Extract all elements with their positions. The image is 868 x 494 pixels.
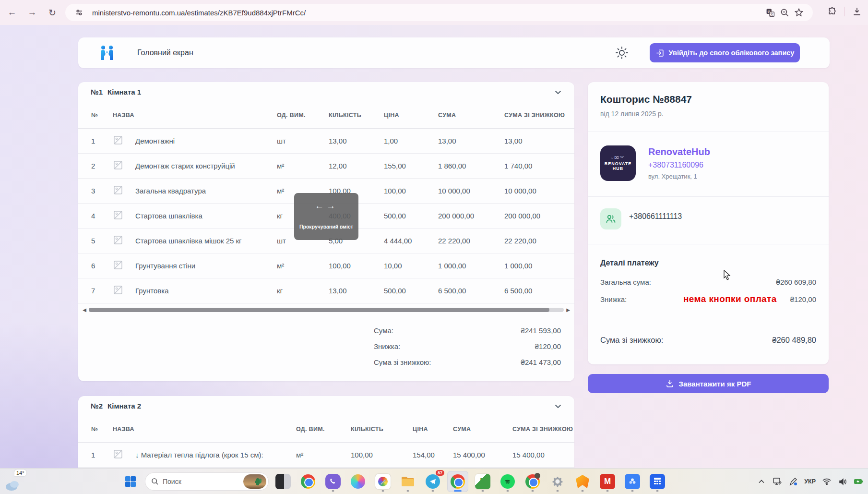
zoom-out-icon[interactable] bbox=[777, 5, 792, 20]
scroll-right-arrow-icon: → bbox=[326, 201, 338, 211]
taskbar-app-calculator[interactable] bbox=[647, 471, 668, 492]
taskbar-app-copilot[interactable] bbox=[347, 471, 369, 492]
taskbar-app-paint[interactable] bbox=[372, 471, 393, 492]
url-bar[interactable]: ministerstvo-remontu.com.ua/estimates/zK… bbox=[65, 4, 813, 21]
search-placeholder: Поиск bbox=[163, 478, 239, 485]
taskbar-app-photos[interactable] bbox=[622, 471, 643, 492]
image-placeholder-icon bbox=[113, 160, 135, 171]
calculator-icon bbox=[650, 474, 665, 489]
svg-text:文: 文 bbox=[770, 12, 773, 16]
taskbar-app-chrome-active[interactable] bbox=[447, 471, 468, 492]
image-placeholder-icon bbox=[113, 449, 135, 460]
page-title: Головний екран bbox=[137, 48, 193, 57]
room1-header[interactable]: №1 Кімната 1 bbox=[78, 82, 574, 102]
bookmark-star-icon[interactable] bbox=[792, 5, 806, 20]
login-button[interactable]: Увійдіть до свого облікового запису bbox=[650, 43, 800, 62]
back-icon[interactable]: ← bbox=[4, 4, 20, 21]
taskbar-app-green[interactable]: R bbox=[472, 471, 493, 492]
tray-display-icon[interactable] bbox=[773, 477, 782, 486]
taskbar-app-telegram[interactable]: 87 bbox=[422, 471, 443, 492]
site-info-icon[interactable] bbox=[72, 5, 86, 20]
discount-line: Знижка: нема кнопки оплата ₴120,00 bbox=[600, 294, 816, 304]
table-row: 1 Демонтажні шт 13,00 1,00 13,00 13,00 bbox=[78, 129, 574, 154]
start-button[interactable] bbox=[120, 471, 141, 492]
translate-icon[interactable]: G文 bbox=[763, 5, 777, 20]
taskbar-app-orange[interactable] bbox=[572, 471, 593, 492]
green-r-icon: R bbox=[475, 474, 490, 489]
chevron-down-icon[interactable] bbox=[554, 88, 562, 96]
taskbar-app-chrome-profile[interactable] bbox=[522, 471, 543, 492]
downloads-icon[interactable] bbox=[850, 4, 864, 19]
taskbar-app-chrome-1[interactable] bbox=[297, 471, 319, 492]
taskbar-app-red-m[interactable]: M bbox=[597, 471, 618, 492]
room2-header[interactable]: №2 Кімната 2 bbox=[78, 396, 574, 416]
image-placeholder-icon bbox=[113, 210, 135, 221]
taskbar-app-photo[interactable] bbox=[273, 471, 294, 492]
photos-icon bbox=[625, 474, 640, 489]
search-highlight-image[interactable] bbox=[243, 474, 266, 489]
scrollbar-thumb[interactable] bbox=[89, 308, 549, 312]
url-text[interactable]: ministerstvo-remontu.com.ua/estimates/zK… bbox=[92, 9, 763, 17]
tray-chevron-icon[interactable] bbox=[757, 477, 766, 486]
reload-icon[interactable]: ↻ bbox=[44, 4, 60, 21]
estimate-title: Кошторис №88847 bbox=[600, 94, 692, 105]
company-address: вул. Хрещатик, 1 bbox=[648, 173, 697, 180]
image-placeholder-icon bbox=[113, 185, 135, 196]
gear-icon bbox=[551, 475, 564, 488]
download-icon bbox=[666, 379, 674, 388]
client-people-icon bbox=[600, 208, 621, 229]
company-phone-link[interactable]: +380731160096 bbox=[648, 161, 703, 169]
discount-label: Знижка: bbox=[374, 342, 400, 350]
folder-icon bbox=[401, 475, 415, 488]
taskbar-app-spotify[interactable] bbox=[497, 471, 518, 492]
login-icon bbox=[655, 48, 665, 58]
final-sum-line: Сума зі знижкою: ₴260 489,80 bbox=[600, 336, 816, 345]
taskbar-app-viber[interactable] bbox=[322, 471, 344, 492]
room2-number: №2 bbox=[91, 402, 103, 410]
battery-charging-icon[interactable] bbox=[854, 477, 863, 486]
forward-icon[interactable]: → bbox=[24, 4, 40, 21]
company-name-link[interactable]: RenovateHub bbox=[648, 146, 710, 157]
scrollbar-right-arrow-icon[interactable]: ▶ bbox=[565, 307, 571, 313]
no-pay-button-note: нема кнопки оплата bbox=[683, 294, 777, 304]
chevron-down-icon[interactable] bbox=[554, 402, 562, 410]
weather-widget[interactable]: 14° bbox=[4, 470, 32, 494]
sum-label: Сума: bbox=[374, 326, 393, 335]
total-line: Загальна сума: ₴260 609,80 bbox=[600, 278, 816, 286]
payment-details-title: Деталі платежу bbox=[600, 259, 659, 267]
room2-name: Кімната 2 bbox=[107, 402, 141, 410]
scrollable-content-tooltip: ←→ Прокручуваний вміст bbox=[294, 193, 358, 240]
horizontal-scrollbar[interactable]: ◀ ▶ bbox=[78, 304, 574, 315]
scrollbar-left-arrow-icon[interactable]: ◀ bbox=[81, 307, 88, 313]
table-row: 6 Грунтування стіни м² 100,00 10,00 1 00… bbox=[78, 253, 574, 278]
taskbar-app-settings[interactable] bbox=[547, 471, 568, 492]
theme-toggle-sun-icon[interactable] bbox=[615, 46, 629, 60]
estimate-date: від 12 липня 2025 р. bbox=[600, 110, 664, 118]
taskbar: 14° Поиск bbox=[0, 468, 868, 494]
chrome-icon bbox=[451, 474, 465, 489]
client-phone[interactable]: +380661111113 bbox=[629, 212, 682, 221]
discount-value: ₴120,00 bbox=[535, 342, 561, 350]
notification-badge: 87 bbox=[436, 470, 444, 476]
taskbar-app-explorer[interactable] bbox=[397, 471, 418, 492]
orange-app-icon bbox=[576, 475, 589, 488]
volume-icon[interactable] bbox=[838, 477, 847, 486]
language-indicator[interactable]: УКР bbox=[804, 478, 816, 485]
red-m-icon: M bbox=[600, 474, 615, 489]
room1-columns: № НАЗВА ОД. ВИМ. КІЛЬКІСТЬ ЦІНА СУМА СУМ… bbox=[78, 102, 574, 129]
extensions-icon[interactable] bbox=[825, 4, 840, 19]
taskbar-search[interactable]: Поиск bbox=[145, 472, 269, 491]
app-logo-icon bbox=[98, 44, 116, 61]
company-logo: ⌣⌧⌤ RENOVATE HUB bbox=[600, 145, 636, 181]
wifi-icon[interactable] bbox=[822, 477, 832, 486]
tray-pen-icon[interactable] bbox=[788, 477, 798, 486]
app-header: Головний екран Увійдіть до свого обліков… bbox=[78, 37, 830, 68]
table-row: 1 ↓ Матеріал тепла підлога (крок 15 см):… bbox=[78, 443, 574, 468]
download-pdf-button[interactable]: Завантажити як PDF bbox=[588, 374, 829, 393]
sum-value: ₴241 593,00 bbox=[521, 326, 561, 335]
spotify-icon bbox=[500, 474, 515, 489]
room1-totals: Сума:₴241 593,00 Знижка:₴120,00 Сума зі … bbox=[78, 315, 574, 370]
room2-card: №2 Кімната 2 № НАЗВА ОД. ВИМ. КІЛЬКІСТЬ … bbox=[78, 396, 574, 468]
browser-toolbar: ← → ↻ ministerstvo-remontu.com.ua/estima… bbox=[0, 0, 868, 25]
profile-avatar bbox=[535, 473, 540, 479]
